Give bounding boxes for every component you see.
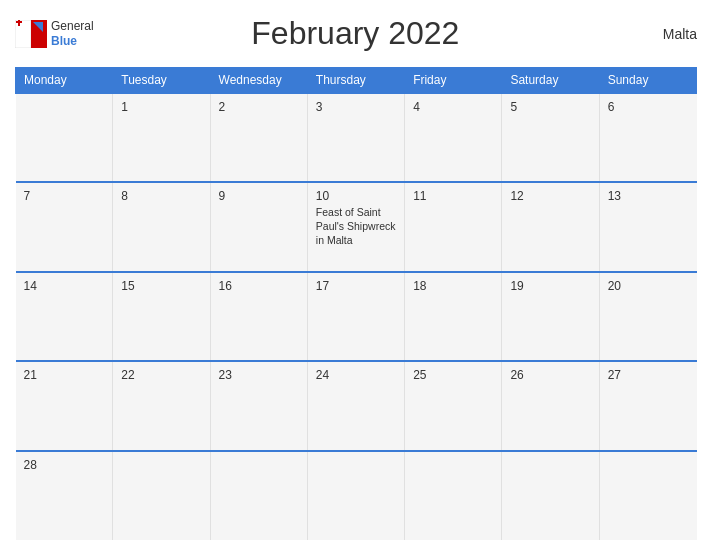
day-number: 12 (510, 189, 590, 203)
day-number: 10 (316, 189, 396, 203)
day-number: 4 (413, 100, 493, 114)
calendar-cell: 7 (16, 182, 113, 271)
calendar-cell: 12 (502, 182, 599, 271)
calendar-cell: 6 (599, 93, 696, 182)
day-number: 21 (24, 368, 105, 382)
calendar-week-2: 14151617181920 (16, 272, 697, 361)
calendar-cell: 26 (502, 361, 599, 450)
calendar-title: February 2022 (94, 15, 617, 52)
day-number: 8 (121, 189, 201, 203)
calendar-cell: 11 (405, 182, 502, 271)
calendar-cell: 22 (113, 361, 210, 450)
calendar-cell: 18 (405, 272, 502, 361)
day-number: 26 (510, 368, 590, 382)
day-number: 2 (219, 100, 299, 114)
calendar-cell: 8 (113, 182, 210, 271)
calendar-cell (16, 93, 113, 182)
calendar-cell: 25 (405, 361, 502, 450)
calendar-header-row: Monday Tuesday Wednesday Thursday Friday… (16, 68, 697, 94)
calendar-cell (405, 451, 502, 540)
calendar-cell: 4 (405, 93, 502, 182)
calendar-cell: 23 (210, 361, 307, 450)
day-number: 16 (219, 279, 299, 293)
day-number: 19 (510, 279, 590, 293)
col-friday: Friday (405, 68, 502, 94)
calendar-cell: 13 (599, 182, 696, 271)
calendar-cell: 24 (307, 361, 404, 450)
calendar-cell: 9 (210, 182, 307, 271)
logo-text: General Blue (51, 19, 94, 48)
day-number: 23 (219, 368, 299, 382)
day-number: 9 (219, 189, 299, 203)
calendar-cell (502, 451, 599, 540)
country-name: Malta (617, 26, 697, 42)
logo: General Blue (15, 19, 94, 48)
calendar-week-1: 78910Feast of Saint Paul's Shipwreck in … (16, 182, 697, 271)
col-monday: Monday (16, 68, 113, 94)
col-sunday: Sunday (599, 68, 696, 94)
calendar-cell: 19 (502, 272, 599, 361)
day-number: 14 (24, 279, 105, 293)
svg-rect-0 (15, 20, 31, 48)
day-number: 22 (121, 368, 201, 382)
calendar-cell: 15 (113, 272, 210, 361)
day-number: 11 (413, 189, 493, 203)
day-number: 13 (608, 189, 689, 203)
day-number: 3 (316, 100, 396, 114)
calendar-table: Monday Tuesday Wednesday Thursday Friday… (15, 67, 697, 540)
calendar-cell: 2 (210, 93, 307, 182)
col-thursday: Thursday (307, 68, 404, 94)
calendar-page: General Blue February 2022 Malta Monday … (0, 0, 712, 550)
calendar-cell: 21 (16, 361, 113, 450)
day-number: 6 (608, 100, 689, 114)
day-number: 7 (24, 189, 105, 203)
calendar-cell: 14 (16, 272, 113, 361)
calendar-cell: 20 (599, 272, 696, 361)
day-number: 24 (316, 368, 396, 382)
calendar-cell: 3 (307, 93, 404, 182)
day-number: 5 (510, 100, 590, 114)
col-wednesday: Wednesday (210, 68, 307, 94)
calendar-cell (307, 451, 404, 540)
day-number: 17 (316, 279, 396, 293)
calendar-cell: 17 (307, 272, 404, 361)
calendar-cell: 1 (113, 93, 210, 182)
calendar-week-0: 123456 (16, 93, 697, 182)
calendar-cell (210, 451, 307, 540)
day-number: 15 (121, 279, 201, 293)
calendar-body: 12345678910Feast of Saint Paul's Shipwre… (16, 93, 697, 540)
logo-icon (15, 20, 47, 48)
calendar-cell (113, 451, 210, 540)
calendar-cell: 10Feast of Saint Paul's Shipwreck in Mal… (307, 182, 404, 271)
calendar-cell (599, 451, 696, 540)
calendar-event: Feast of Saint Paul's Shipwreck in Malta (316, 206, 396, 247)
day-number: 18 (413, 279, 493, 293)
calendar-cell: 16 (210, 272, 307, 361)
calendar-header: General Blue February 2022 Malta (15, 10, 697, 57)
day-number: 1 (121, 100, 201, 114)
col-tuesday: Tuesday (113, 68, 210, 94)
calendar-cell: 5 (502, 93, 599, 182)
day-number: 27 (608, 368, 689, 382)
calendar-cell: 28 (16, 451, 113, 540)
calendar-week-3: 21222324252627 (16, 361, 697, 450)
calendar-cell: 27 (599, 361, 696, 450)
day-number: 25 (413, 368, 493, 382)
col-saturday: Saturday (502, 68, 599, 94)
calendar-week-4: 28 (16, 451, 697, 540)
day-number: 20 (608, 279, 689, 293)
day-number: 28 (24, 458, 105, 472)
svg-rect-3 (18, 20, 20, 26)
